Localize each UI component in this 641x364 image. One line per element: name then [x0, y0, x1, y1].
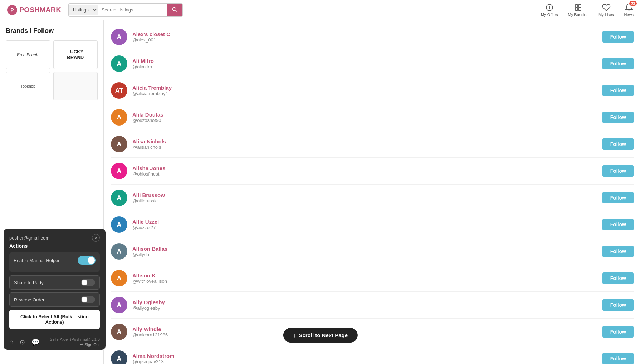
user-row: A Allison Ballas @allydar Follow	[111, 238, 634, 265]
user-name: Alma Nordstrom	[132, 353, 602, 359]
share-to-party-label: Share to Party	[14, 280, 44, 285]
my-offers-nav[interactable]: My Offers	[541, 3, 558, 17]
my-bundles-nav[interactable]: My Bundles	[568, 3, 588, 17]
user-avatar: AT	[111, 82, 127, 99]
user-avatar: A	[111, 270, 127, 286]
svg-rect-5	[575, 5, 578, 7]
share-to-party-toggle[interactable]	[81, 279, 95, 286]
toggle-knob	[88, 257, 95, 264]
panel-email-text: posher@gmail.com	[9, 235, 49, 241]
brand-card-topshop[interactable]: Topshop	[6, 72, 50, 100]
follow-button[interactable]: Follow	[602, 85, 634, 96]
user-row: A Allie Uzzel @auzzel27 Follow	[111, 211, 634, 238]
user-handle: @aliciatremblay1	[132, 91, 602, 96]
user-row: A Alisha Jones @ohiosfinest Follow	[111, 158, 634, 185]
panel-close-button[interactable]: ✕	[92, 234, 100, 242]
enable-manual-row: Enable Manual Helper 1	[14, 256, 96, 265]
signout-icon: ↩	[80, 342, 83, 347]
user-name: Alisa Nichols	[132, 138, 602, 144]
my-bundles-label: My Bundles	[568, 13, 588, 17]
enable-manual-toggle[interactable]: 1	[78, 256, 96, 265]
signout-label: Sign Out	[84, 343, 100, 347]
scroll-to-next-page-button[interactable]: ↓ Scroll to Next Page	[283, 328, 358, 343]
news-badge: 33	[629, 1, 637, 6]
brand-card-empty	[53, 72, 98, 100]
news-nav[interactable]: 33 News	[624, 3, 634, 17]
follow-button[interactable]: Follow	[602, 58, 634, 69]
scroll-btn-label: Scroll to Next Page	[299, 332, 348, 338]
follow-button[interactable]: Follow	[602, 31, 634, 43]
bulk-listing-button[interactable]: Click to Select All (Bulk Listing Action…	[9, 310, 100, 329]
user-info: Aliki Doufas @ouzoshot90	[132, 112, 602, 123]
home-icon[interactable]: ⌂	[9, 338, 13, 346]
follow-button[interactable]: Follow	[602, 272, 634, 284]
user-row: A Allison K @withloveallison Follow	[111, 265, 634, 292]
reverse-order-label: Reverse Order	[14, 297, 44, 302]
search-bar: Listings	[68, 3, 183, 17]
user-row: A Alma Nordstrom @opsmpay213 Follow	[111, 345, 634, 364]
user-row: A Ally Oglesby @allyoglesby Follow	[111, 292, 634, 319]
logo-icon: P	[7, 5, 17, 15]
logo-text: POSHMARK	[19, 6, 61, 14]
reverse-order-toggle[interactable]	[81, 296, 95, 303]
my-likes-label: My Likes	[598, 13, 614, 17]
bundle-icon	[574, 3, 582, 12]
search-icon	[172, 6, 177, 12]
search-button[interactable]	[167, 4, 182, 16]
follow-button[interactable]: Follow	[602, 138, 634, 150]
user-info: Alex's closet C @alex_001	[132, 31, 602, 43]
user-info: Alisa Nichols @alisanichols	[132, 138, 602, 150]
search-dropdown[interactable]: Listings	[69, 5, 98, 15]
user-name: Allie Uzzel	[132, 219, 602, 225]
follow-button[interactable]: Follow	[602, 326, 634, 338]
brand-card-free-people[interactable]: Free People	[6, 40, 50, 69]
chat-icon[interactable]: 💬	[31, 338, 39, 346]
follow-button[interactable]: Follow	[602, 112, 634, 123]
user-handle: @ouzoshot90	[132, 118, 602, 123]
user-row: A Alli Brussow @allibrussie Follow	[111, 185, 634, 211]
user-handle: @allydar	[132, 252, 602, 257]
my-likes-nav[interactable]: My Likes	[598, 3, 614, 17]
follow-button[interactable]: Follow	[602, 219, 634, 230]
follow-button[interactable]: Follow	[602, 246, 634, 257]
my-offers-label: My Offers	[541, 13, 558, 17]
user-avatar: A	[111, 350, 127, 364]
user-row: A Aliki Doufas @ouzoshot90 Follow	[111, 104, 634, 131]
user-name: Ali Mitro	[132, 58, 602, 64]
follow-button[interactable]: Follow	[602, 192, 634, 203]
user-name: Allison K	[132, 272, 602, 279]
user-info: Alicia Tremblay @aliciatremblay1	[132, 85, 602, 96]
user-handle: @withloveallison	[132, 279, 602, 284]
user-name: Ally Windle	[132, 326, 602, 332]
reverse-order-button[interactable]: Reverse Order	[9, 292, 100, 307]
user-info: Alisha Jones @ohiosfinest	[132, 165, 602, 177]
user-name: Alicia Tremblay	[132, 85, 602, 91]
svg-point-0	[172, 7, 176, 10]
settings-icon[interactable]: ⊙	[20, 338, 25, 346]
news-label: News	[624, 13, 634, 17]
user-row: A Ally Windle @unicorn121986 Follow	[111, 319, 634, 345]
user-avatar: A	[111, 109, 127, 126]
user-info: Allison Ballas @allydar	[132, 246, 602, 257]
user-avatar: A	[111, 163, 127, 179]
user-handle: @opsmpay213	[132, 359, 602, 364]
user-name: Alisha Jones	[132, 165, 602, 171]
sign-out-button[interactable]: ↩ Sign Out	[80, 342, 100, 347]
brand-card-lucky-brand[interactable]: LUCKYBRAND	[53, 40, 98, 69]
reverse-toggle-knob	[82, 297, 87, 302]
panel-footer-icons: ⌂ ⊙ 💬	[9, 338, 39, 346]
logo[interactable]: P POSHMARK	[7, 5, 61, 15]
svg-rect-7	[575, 8, 578, 10]
user-info: Allie Uzzel @auzzel27	[132, 219, 602, 230]
follow-button[interactable]: Follow	[602, 353, 634, 364]
user-avatar: A	[111, 190, 127, 206]
follow-button[interactable]: Follow	[602, 299, 634, 311]
follow-button[interactable]: Follow	[602, 165, 634, 177]
search-input[interactable]	[98, 5, 167, 15]
user-info: Ali Mitro @alimitro	[132, 58, 602, 69]
user-name: Ally Oglesby	[132, 299, 602, 305]
bulk-listing-label: Click to Select All (Bulk Listing Action…	[20, 314, 89, 325]
user-handle: @ohiosfinest	[132, 171, 602, 177]
share-to-party-button[interactable]: Share to Party	[9, 275, 100, 290]
user-row: A Ali Mitro @alimitro Follow	[111, 50, 634, 77]
